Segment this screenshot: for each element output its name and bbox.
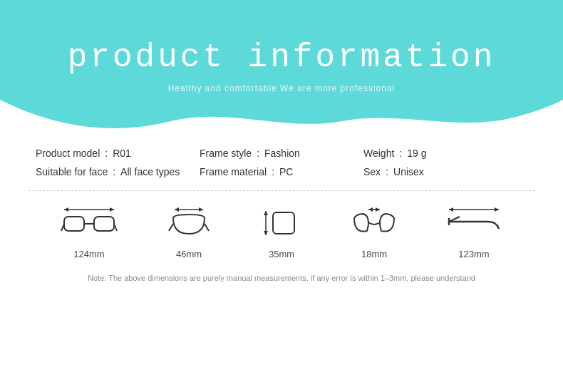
suitable-label: Suitable for face — [36, 166, 108, 177]
svg-marker-9 — [175, 207, 179, 212]
dim-124-label: 124mm — [73, 249, 104, 259]
svg-marker-21 — [449, 207, 453, 212]
info-section: Product model : R01 Frame style : Fashio… — [0, 132, 563, 177]
frame-style-label: Frame style — [200, 148, 252, 159]
svg-marker-18 — [368, 207, 373, 212]
dimensions-section: 124mm 46mm — [0, 191, 563, 267]
dim-item-124: 124mm — [61, 204, 118, 259]
header-subtitle: Healthy and comfortable We are more prof… — [168, 83, 396, 93]
dim-item-46: 46mm — [167, 204, 210, 259]
suitable-value: All face types — [120, 166, 180, 177]
dim-35-label: 35mm — [269, 249, 294, 259]
weight-label: Weight — [363, 148, 394, 159]
frame-material-label: Frame material — [200, 166, 267, 177]
dim-18-label: 18mm — [361, 249, 387, 259]
dim-123-label: 123mm — [458, 249, 489, 259]
svg-marker-22 — [495, 207, 499, 212]
weight-value: 19 g — [407, 148, 426, 159]
svg-marker-19 — [376, 207, 380, 212]
info-grid: Product model : R01 Frame style : Fashio… — [36, 148, 527, 177]
sex-value: Unisex — [393, 166, 424, 177]
frame-style-value: Fashion — [264, 148, 300, 159]
page-title: product information — [68, 39, 496, 76]
header: product information Healthy and comforta… — [0, 0, 563, 132]
temple-icon — [445, 204, 502, 243]
svg-rect-4 — [94, 217, 114, 231]
product-model-item: Product model : R01 — [36, 148, 200, 159]
width-icon — [61, 204, 118, 243]
svg-marker-1 — [64, 207, 68, 212]
svg-rect-16 — [273, 212, 294, 234]
product-model-label: Product model — [36, 148, 100, 159]
svg-marker-10 — [199, 207, 203, 212]
svg-line-11 — [169, 224, 173, 231]
svg-marker-14 — [264, 211, 268, 215]
suitable-item: Suitable for face : All face types — [36, 166, 200, 177]
lens-height-icon — [260, 204, 303, 243]
svg-marker-2 — [110, 207, 114, 212]
svg-marker-15 — [264, 231, 268, 235]
svg-line-12 — [205, 224, 209, 231]
sex-item: Sex : Unisex — [363, 166, 527, 177]
sex-label: Sex — [363, 166, 381, 177]
bridge-icon — [353, 204, 396, 243]
weight-item: Weight : 19 g — [363, 148, 527, 159]
lens-width-icon — [167, 204, 210, 243]
frame-style-item: Frame style : Fashion — [200, 148, 363, 159]
note-text: Note: The above dimensions are purely ma… — [0, 267, 563, 282]
frame-material-value: PC — [279, 166, 293, 177]
frame-material-item: Frame material : PC — [200, 166, 363, 177]
wave-decoration — [0, 100, 563, 132]
product-model-value: R01 — [113, 148, 131, 159]
dim-46-label: 46mm — [176, 249, 202, 259]
dim-item-18: 18mm — [353, 204, 396, 259]
svg-rect-3 — [64, 217, 84, 231]
dim-item-123: 123mm — [445, 204, 502, 259]
dim-item-35: 35mm — [260, 204, 303, 259]
